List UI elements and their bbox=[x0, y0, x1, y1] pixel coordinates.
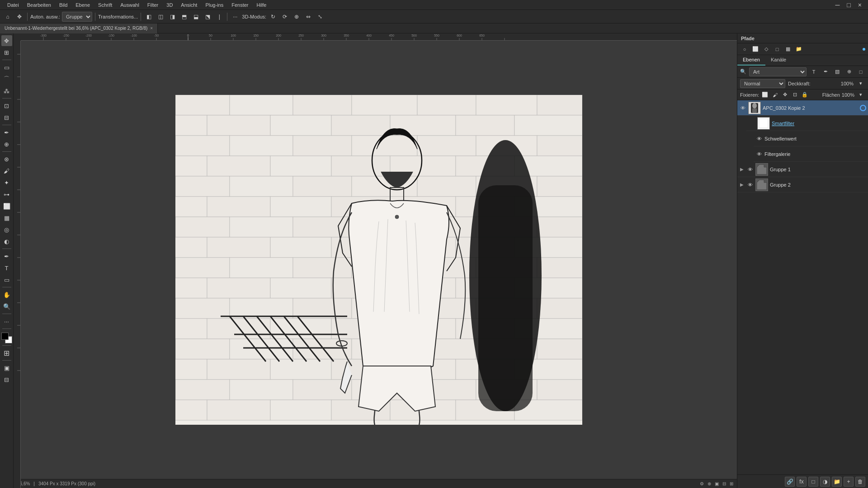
pfade-rounded-btn[interactable]: ⬜ bbox=[751, 45, 760, 54]
layer-eye-apc0302[interactable]: 👁 bbox=[739, 104, 746, 112]
filter-dropdown[interactable]: Art Name Effekt Modus Attribut Farbe bbox=[749, 67, 807, 76]
distribute-button[interactable]: | bbox=[214, 12, 224, 22]
foreground-color[interactable] bbox=[1, 333, 9, 340]
marquee-tool[interactable]: ▭ bbox=[1, 62, 12, 73]
stamp-tool[interactable]: ✦ bbox=[1, 177, 12, 188]
gradient-tool[interactable]: ▦ bbox=[1, 212, 12, 223]
tab-ebenen[interactable]: Ebenen bbox=[737, 55, 765, 66]
align-bottom-button[interactable]: ⬔ bbox=[203, 12, 212, 22]
lock-artboard-btn[interactable]: ⊡ bbox=[791, 91, 799, 99]
layer-expand-gruppe2[interactable]: ▶ bbox=[739, 182, 745, 188]
layer-gruppe2[interactable]: ▶ 👁 Gruppe 2 bbox=[737, 177, 868, 192]
crop-tool[interactable]: ⊡ bbox=[1, 100, 12, 111]
lock-brush-btn[interactable]: 🖌 bbox=[771, 91, 779, 99]
history-brush-tool[interactable]: ⊶ bbox=[1, 189, 12, 200]
menu-schrift[interactable]: Schrift bbox=[94, 1, 116, 9]
filter-type-btn[interactable]: T bbox=[809, 67, 818, 76]
menu-plugins[interactable]: Plug-ins bbox=[202, 1, 227, 9]
3d-pan-button[interactable]: ⊕ bbox=[292, 12, 302, 22]
type-tool[interactable]: T bbox=[1, 263, 12, 273]
restore-button[interactable]: □ bbox=[844, 1, 853, 9]
layer-eye-schwellenwert[interactable]: 👁 bbox=[755, 135, 763, 142]
minimize-button[interactable]: ─ bbox=[832, 1, 842, 9]
opacity-chevron[interactable]: ▾ bbox=[856, 79, 865, 88]
layer-filtergalerie[interactable]: 👁 Filtergalerie bbox=[754, 146, 868, 162]
align-center-v-button[interactable]: ⬓ bbox=[191, 12, 201, 22]
layer-link-apc0302[interactable] bbox=[860, 105, 866, 111]
magic-wand-tool[interactable]: ⁂ bbox=[1, 85, 12, 96]
tab-kanale[interactable]: Kanäle bbox=[765, 55, 792, 66]
menu-filter[interactable]: Filter bbox=[144, 1, 162, 9]
perspective-tool[interactable]: ⊟ bbox=[1, 112, 12, 123]
menu-ebene[interactable]: Ebene bbox=[72, 1, 94, 9]
filter-adjust-btn[interactable]: ▧ bbox=[833, 67, 842, 76]
add-style-btn[interactable]: fx bbox=[797, 477, 807, 487]
tab-close-button[interactable]: × bbox=[150, 26, 153, 31]
menu-fenster[interactable]: Fenster bbox=[228, 1, 252, 9]
more-tools-button[interactable]: ··· bbox=[1, 316, 12, 327]
lock-position-btn[interactable]: ✥ bbox=[781, 91, 789, 99]
blur-tool[interactable]: ◎ bbox=[1, 224, 12, 235]
close-button[interactable]: × bbox=[855, 1, 864, 9]
home-button[interactable]: ⌂ bbox=[3, 12, 13, 22]
filter-fx-btn[interactable]: ✒ bbox=[821, 67, 830, 76]
add-group-btn[interactable]: 📁 bbox=[832, 477, 842, 487]
3d-scale-button[interactable]: ⤡ bbox=[315, 12, 325, 22]
pfade-diamond-btn[interactable]: ◇ bbox=[762, 45, 771, 54]
layer-gruppe1[interactable]: ▶ 👁 Gruppe 1 bbox=[737, 162, 868, 177]
add-mask-btn[interactable]: □ bbox=[808, 477, 818, 487]
zoom-tool[interactable]: 🔍 bbox=[1, 301, 12, 312]
document-tab[interactable]: Unbenannt-1-Wiederhergestellt bei 36,6% … bbox=[0, 23, 158, 33]
eyedropper-tool[interactable]: ✒ bbox=[1, 127, 12, 138]
layer-eye-gruppe1[interactable]: 👁 bbox=[746, 166, 754, 173]
shape-tool[interactable]: ▭ bbox=[1, 274, 12, 285]
menu-bearbeiten[interactable]: Bearbeiten bbox=[24, 1, 55, 9]
3d-rotate-button[interactable]: ↻ bbox=[268, 12, 278, 22]
canvas-image[interactable] bbox=[175, 95, 582, 425]
3d-slide-button[interactable]: ⇔ bbox=[303, 12, 313, 22]
canvas-viewport[interactable] bbox=[21, 41, 737, 479]
pfade-grid-btn[interactable]: ▦ bbox=[783, 45, 793, 54]
layer-eye-gruppe2[interactable]: 👁 bbox=[746, 181, 754, 188]
align-left-button[interactable]: ◧ bbox=[144, 12, 154, 22]
filter-color-btn[interactable]: □ bbox=[856, 67, 865, 76]
add-layer-btn[interactable]: + bbox=[844, 477, 854, 487]
eraser-tool[interactable]: ⬜ bbox=[1, 201, 12, 211]
spot-heal-tool[interactable]: ⊛ bbox=[1, 154, 12, 164]
menu-3d[interactable]: 3D bbox=[163, 1, 176, 9]
screen-mode-button[interactable]: ▣ bbox=[1, 362, 12, 373]
pfade-circle-btn[interactable]: ○ bbox=[740, 45, 749, 54]
lock-all-btn[interactable]: 🔒 bbox=[801, 91, 809, 99]
menu-hilfe[interactable]: Hilfe bbox=[253, 1, 270, 9]
flachen-chevron[interactable]: ▾ bbox=[856, 90, 865, 99]
menu-auswahl[interactable]: Auswahl bbox=[117, 1, 143, 9]
move-tool[interactable]: ✥ bbox=[1, 35, 12, 46]
lock-pixels-btn[interactable]: ⬜ bbox=[761, 91, 769, 99]
layer-expand-gruppe1[interactable]: ▶ bbox=[739, 167, 745, 172]
pfade-square-btn[interactable]: □ bbox=[773, 45, 782, 54]
screen-mode-2-button[interactable]: ⊟ bbox=[1, 374, 12, 385]
quick-mask-button[interactable]: ⊞ bbox=[1, 347, 12, 358]
align-right-button[interactable]: ◨ bbox=[167, 12, 177, 22]
hand-tool[interactable]: ✋ bbox=[1, 289, 12, 300]
layer-apc0302[interactable]: 👁 APC_0302 Kopie 2 bbox=[737, 100, 868, 116]
color-swatches[interactable] bbox=[1, 333, 12, 343]
filter-smart-btn[interactable]: ⊕ bbox=[844, 67, 854, 76]
link-layers-btn[interactable]: 🔗 bbox=[785, 477, 795, 487]
pen-tool[interactable]: ✒ bbox=[1, 251, 12, 262]
brush-tool[interactable]: 🖌 bbox=[1, 165, 12, 176]
pfade-folder-btn[interactable]: 📁 bbox=[794, 45, 803, 54]
layer-schwellenwert[interactable]: 👁 Schwellenwert bbox=[754, 131, 868, 146]
menu-ansicht[interactable]: Ansicht bbox=[177, 1, 201, 9]
lasso-tool[interactable]: ⌒ bbox=[1, 74, 12, 84]
3d-roll-button[interactable]: ⟳ bbox=[280, 12, 290, 22]
more-options-button[interactable]: ··· bbox=[230, 12, 240, 22]
move-tool-button[interactable]: ✥ bbox=[14, 12, 24, 22]
menu-datei[interactable]: Datei bbox=[4, 1, 23, 9]
dodge-tool[interactable]: ◐ bbox=[1, 236, 12, 247]
add-adjustment-btn[interactable]: ◑ bbox=[820, 477, 830, 487]
auto-select-dropdown[interactable]: Gruppe Ebene bbox=[62, 12, 92, 22]
align-top-button[interactable]: ⬒ bbox=[179, 12, 189, 22]
delete-layer-btn[interactable]: 🗑 bbox=[855, 477, 865, 487]
align-center-h-button[interactable]: ◫ bbox=[156, 12, 165, 22]
